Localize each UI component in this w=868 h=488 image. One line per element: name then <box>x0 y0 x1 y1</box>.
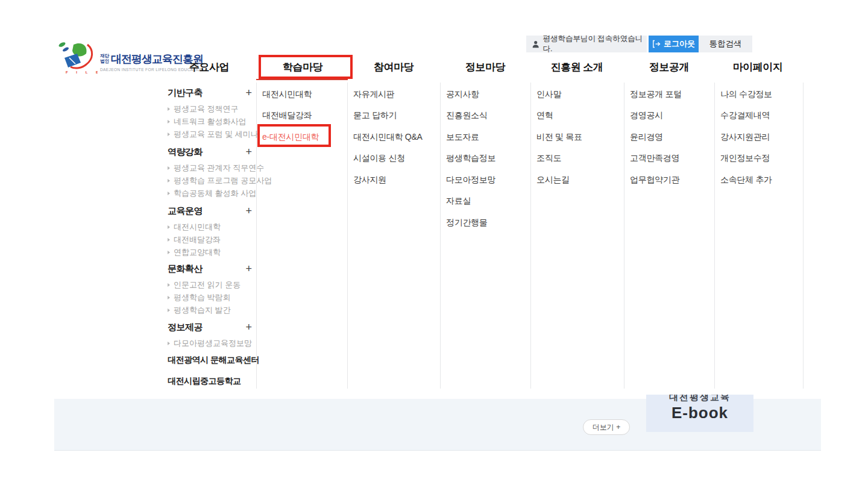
menu-link[interactable]: 평생교육 정책연구 <box>168 102 252 115</box>
menu-link-label: 평생교육 관계자 직무연수 <box>174 163 264 174</box>
menu-link[interactable]: 평생학습 프로그램 공모사업 <box>168 174 252 187</box>
menu-column-mypage: 나의 수강정보 수강결제내역 강사지원관리 개인정보수정 소속단체 추가 <box>720 84 772 191</box>
menu-link[interactable]: 조직도 <box>536 148 582 170</box>
unified-search-button[interactable]: 통합검색 <box>699 36 752 52</box>
section-header[interactable]: 역량강화 + <box>168 145 252 158</box>
ebook-banner-label: E-book <box>646 404 753 422</box>
expand-plus-icon[interactable]: + <box>245 205 252 216</box>
menu-link-citizen-univ[interactable]: 대전시민대학 <box>262 84 319 105</box>
menu-link[interactable]: 윤리경영 <box>630 127 682 148</box>
menu-link[interactable]: 공지사항 <box>446 84 495 105</box>
section-header[interactable]: 교육운영 + <box>168 204 252 217</box>
section-title: 역량강화 <box>168 146 203 158</box>
menu-link-label: 학습공동체 활성화 사업 <box>174 188 256 199</box>
logo-subtitle: DAEJEON INSTITUTE FOR LIFELONG EDUCATION <box>100 67 203 72</box>
menu-link-label: 평생학습지 발간 <box>174 305 231 316</box>
menu-link[interactable]: 다모아평생교육정보망 <box>168 337 252 349</box>
menu-link[interactable]: 네트워크 활성화사업 <box>168 115 252 128</box>
ebook-banner[interactable]: 대전평생교육 E-book <box>646 395 753 432</box>
section-header[interactable]: 정보제공 + <box>168 321 252 334</box>
expand-plus-icon[interactable]: + <box>245 87 252 98</box>
menu-link-label: 평생학습 박람회 <box>174 292 231 303</box>
expand-plus-icon[interactable]: + <box>245 263 252 274</box>
menu-link[interactable]: 인사말 <box>536 84 582 105</box>
menu-link[interactable]: 학습공동체 활성화 사업 <box>168 187 252 199</box>
menu-link[interactable]: 평생학습 박람회 <box>168 291 252 304</box>
menu-link[interactable]: 수강결제내역 <box>720 105 772 127</box>
nav-item-main-business[interactable]: 주요사업 <box>189 60 229 74</box>
nav-item-learning[interactable]: 학습마당 <box>283 60 322 74</box>
menu-column-information: 공지사항 진흥원소식 보도자료 평생학습정보 다모아정보망 자료실 정기간행물 <box>446 84 495 234</box>
menu-link[interactable]: 평생교육 포럼 및 세미나 <box>168 128 252 140</box>
menu-link[interactable]: 강사지원관리 <box>720 127 772 148</box>
site-logo[interactable]: F I L E 재단 법인 대전평생교육진흥원 DAEJEON INSTITUT… <box>55 40 203 75</box>
menu-link[interactable]: 시설이용 신청 <box>353 148 422 170</box>
menu-link-e-citizen-univ[interactable]: e-대전시민대학 <box>262 127 319 148</box>
logout-button[interactable]: 로그아웃 <box>649 36 699 52</box>
section-title: 교육운영 <box>168 205 203 217</box>
menu-link[interactable]: 고객만족경영 <box>630 148 682 170</box>
logout-label: 로그아웃 <box>664 39 695 49</box>
user-icon <box>532 40 539 48</box>
nav-item-participation[interactable]: 참여마당 <box>374 60 414 74</box>
menu-link-label: 대전시민대학 <box>174 222 221 233</box>
menu-link-label: 다모아평생교육정보망 <box>174 338 252 349</box>
menu-link[interactable]: 다모아정보망 <box>446 169 495 191</box>
menu-link[interactable]: 평생학습지 발간 <box>168 304 252 316</box>
menu-link[interactable]: 연혁 <box>536 105 582 127</box>
menu-column-disclosure: 정보공개 포털 경영공시 윤리경영 고객만족경영 업무협약기관 <box>630 84 682 191</box>
logo-text: 재단 법인 대전평생교육진흥원 DAEJEON INSTITUTE FOR LI… <box>100 40 203 75</box>
menu-link-municipal-school[interactable]: 대전시립중고등학교 <box>168 376 241 387</box>
menu-link[interactable]: 정보공개 포털 <box>630 84 682 105</box>
menu-link-literacy-center[interactable]: 대전광역시 문해교육센터 <box>168 355 259 366</box>
menu-link[interactable]: 자료실 <box>446 191 495 213</box>
menu-link-label: 평생교육 정책연구 <box>174 104 239 114</box>
menu-link[interactable]: 진흥원소식 <box>446 105 495 127</box>
logout-icon <box>652 40 661 48</box>
menu-link[interactable]: 강사지원 <box>353 169 422 191</box>
menu-link[interactable]: 개인정보수정 <box>720 148 772 170</box>
menu-link[interactable]: 평생학습정보 <box>446 148 495 170</box>
section-header[interactable]: 기반구축 + <box>168 86 252 99</box>
menu-link[interactable]: 묻고 답하기 <box>353 105 422 127</box>
section-header[interactable]: 문화확산 + <box>168 262 252 275</box>
menu-link[interactable]: 소속단체 추가 <box>720 169 772 191</box>
bullet-arrow-icon <box>168 179 170 183</box>
menu-link[interactable]: 보도자료 <box>446 127 495 148</box>
active-tab-underline <box>256 79 348 80</box>
bullet-arrow-icon <box>168 251 170 254</box>
menu-section-infrastructure: 기반구축 + 평생교육 정책연구 네트워크 활성화사업 평생교육 포럼 및 세미… <box>168 86 252 140</box>
bullet-arrow-icon <box>168 225 170 229</box>
nav-item-about[interactable]: 진흥원 소개 <box>551 60 603 74</box>
menu-link[interactable]: 대전시민대학 <box>168 221 252 233</box>
menu-link[interactable]: 경영공시 <box>630 105 682 127</box>
menu-link[interactable]: 평생교육 관계자 직무연수 <box>168 161 252 174</box>
menu-link-delivery-class[interactable]: 대전배달강좌 <box>262 105 319 127</box>
menu-link[interactable]: 대전시민대학 Q&A <box>353 127 422 148</box>
section-title: 정보제공 <box>168 322 203 333</box>
nav-item-mypage[interactable]: 마이페이지 <box>733 60 783 74</box>
bullet-arrow-icon <box>168 308 170 312</box>
menu-link[interactable]: 자유게시판 <box>353 84 422 105</box>
menu-link[interactable]: 업무협약기관 <box>630 169 682 191</box>
nav-item-information[interactable]: 정보마당 <box>465 60 505 74</box>
expand-plus-icon[interactable]: + <box>245 146 252 157</box>
menu-link[interactable]: 정기간행물 <box>446 212 495 234</box>
menu-link[interactable]: 인문고전 읽기 운동 <box>168 278 252 291</box>
nav-item-disclosure[interactable]: 정보공개 <box>649 60 689 74</box>
menu-column-participation: 자유게시판 묻고 답하기 대전시민대학 Q&A 시설이용 신청 강사지원 <box>353 84 422 191</box>
more-button[interactable]: 더보기 + <box>583 419 630 435</box>
menu-link-label: 인문고전 읽기 운동 <box>174 280 241 290</box>
column-divider <box>803 83 804 389</box>
menu-column-about: 인사말 연혁 비전 및 목표 조직도 오시는길 <box>536 84 582 191</box>
column-divider <box>440 83 441 389</box>
menu-link[interactable]: 오시는길 <box>536 169 582 191</box>
menu-link[interactable]: 대전배달강좌 <box>168 233 252 246</box>
menu-link[interactable]: 비전 및 목표 <box>536 127 582 148</box>
expand-plus-icon[interactable]: + <box>245 322 252 333</box>
section-title: 문화확산 <box>168 263 203 275</box>
menu-link[interactable]: 나의 수강정보 <box>720 84 772 105</box>
menu-section-culture: 문화확산 + 인문고전 읽기 운동 평생학습 박람회 평생학습지 발간 <box>168 262 252 316</box>
menu-link[interactable]: 연합교양대학 <box>168 246 252 258</box>
bullet-arrow-icon <box>168 133 170 136</box>
